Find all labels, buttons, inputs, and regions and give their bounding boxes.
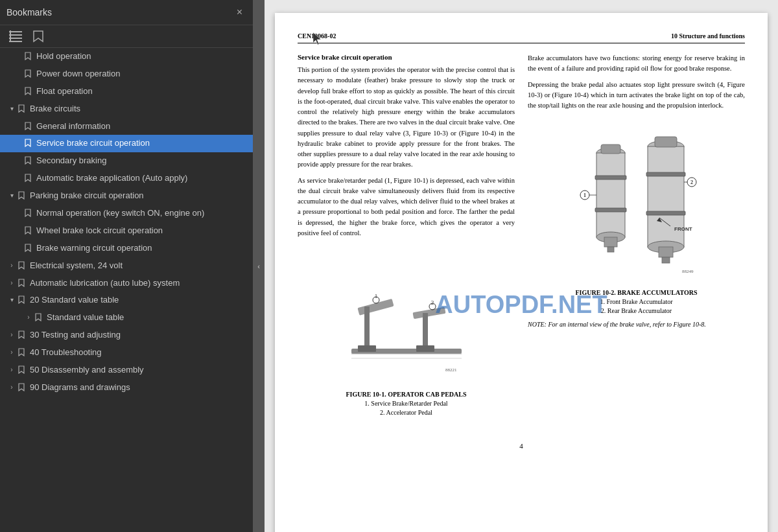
doc-left-column: Service brake circuit operation This por… — [298, 53, 515, 422]
sidebar-item-label: 90 Diagrams and drawings — [30, 382, 249, 393]
figure-2-container: 1 — [528, 117, 745, 314]
sidebar-item-float-operation[interactable]: Float operation — [0, 83, 253, 100]
sidebar-item-label: Parking brake circuit operation — [30, 191, 249, 202]
svg-rect-23 — [604, 237, 617, 247]
sidebar-tree: Hold operation Power down operation Floa… — [0, 48, 253, 532]
sidebar: Bookmarks × Hold operation — [0, 0, 253, 532]
doc-section-title: Service brake circuit operation — [298, 53, 515, 61]
expand-arrow-icon: › — [6, 279, 17, 287]
document-panel-wrapper: CEN10068-02 10 Structure and functions S… — [265, 0, 778, 532]
svg-rect-36 — [646, 172, 685, 176]
sidebar-item-troubleshooting[interactable]: › 40 Troubleshooting — [0, 344, 253, 362]
document-header: CEN10068-02 10 Structure and functions — [298, 32, 745, 43]
sidebar-item-auto-lube-system[interactable]: › Automatic lubrication (auto lube) syst… — [0, 275, 253, 292]
bookmark-icon — [17, 348, 26, 356]
doc-body-text-2: As service brake/retarder pedal (1, Figu… — [298, 176, 515, 239]
sidebar-item-label: Brake circuits — [30, 104, 249, 115]
doc-header-left: CEN10068-02 — [298, 32, 336, 40]
expand-arrow-icon: › — [6, 261, 17, 270]
doc-right-text-2: Depressing the brake pedal also actuates… — [528, 80, 745, 111]
bookmark-icon — [23, 209, 32, 217]
sidebar-item-secondary-braking[interactable]: Secondary braking — [0, 152, 253, 170]
sidebar-item-label: General information — [36, 121, 249, 132]
svg-rect-9 — [412, 307, 445, 319]
sidebar-item-label: Service brake circuit operation — [36, 138, 249, 149]
figure-1-container: 1 2 88221 FIGURE 10-1. OPERATOR CAB PEDA… — [298, 245, 515, 416]
figure-2-title: FIGURE 10-2. BRAKE ACCUMULATORS — [528, 289, 745, 296]
sidebar-bookmark-view-button[interactable] — [30, 29, 47, 44]
bookmark-icon — [17, 191, 26, 200]
svg-rect-35 — [662, 257, 670, 263]
bookmark-icon — [17, 295, 26, 304]
svg-rect-11 — [416, 345, 434, 352]
sidebar-title: Bookmarks — [6, 7, 52, 17]
sidebar-item-electrical-system[interactable]: › Electrical system, 24 volt — [0, 257, 253, 275]
svg-rect-25 — [595, 176, 626, 179]
expand-arrow-icon: › — [6, 383, 17, 391]
figure-2-caption-2: 2. Rear Brake Accumulator — [528, 307, 745, 314]
bookmark-icon — [17, 279, 26, 287]
bookmark-icon — [23, 69, 32, 78]
sidebar-item-service-brake-circuit-operation[interactable]: Service brake circuit operation — [0, 135, 253, 152]
sidebar-item-general-information[interactable]: General information — [0, 118, 253, 135]
bookmark-icon — [23, 52, 32, 60]
figure-2-caption-1: 1. Front Brake Accumulator — [528, 298, 745, 305]
sidebar-item-label: Standard value table — [47, 312, 249, 323]
sidebar-item-diagrams-drawings[interactable]: › 90 Diagrams and drawings — [0, 379, 253, 397]
sidebar-item-label: Brake warning circuit operation — [36, 243, 249, 254]
bookmark-icon — [17, 365, 26, 374]
sidebar-item-wheel-brake-lock[interactable]: Wheel brake lock circuit operation — [0, 222, 253, 240]
figure-1-caption-1: 1. Service Brake/Retarder Pedal — [298, 400, 515, 407]
figure-1-caption-2: 2. Accelerator Pedal — [298, 409, 515, 416]
sidebar-item-label: Electrical system, 24 volt — [30, 260, 249, 272]
svg-rect-26 — [595, 208, 626, 212]
bookmark-icon — [23, 174, 32, 182]
svg-rect-8 — [358, 345, 376, 352]
svg-rect-34 — [659, 247, 673, 257]
bookmark-icon — [23, 122, 32, 130]
expand-arrow-icon: › — [6, 330, 17, 339]
expand-arrow-icon: › — [6, 365, 17, 374]
doc-right-column: Brake accumulators have two functions: s… — [528, 53, 745, 422]
svg-rect-33 — [655, 137, 677, 147]
bookmark-icon — [23, 226, 32, 235]
sidebar-item-disassembly-assembly[interactable]: › 50 Disassembly and assembly — [0, 362, 253, 379]
bookmark-icon-active — [23, 139, 32, 147]
svg-text:2: 2 — [430, 299, 434, 306]
sidebar-collapse-button[interactable]: ‹ — [253, 0, 265, 532]
sidebar-item-standard-value-table[interactable]: › Standard value table — [0, 309, 253, 327]
sidebar-item-label: 30 Testing and adjusting — [30, 330, 249, 341]
figure-1-svg: 1 2 88221 — [338, 245, 475, 387]
sidebar-item-label: 40 Troubleshooting — [30, 347, 249, 358]
sidebar-item-automatic-brake-application[interactable]: Automatic brake application (Auto apply) — [0, 170, 253, 187]
figure-2-svg: 1 — [565, 117, 708, 286]
svg-text:88249: 88249 — [682, 269, 694, 274]
sidebar-item-parking-brake-circuit-operation[interactable]: ▾ Parking brake circuit operation — [0, 187, 253, 205]
expand-arrow-icon: ▾ — [6, 295, 17, 304]
sidebar-header: Bookmarks × — [0, 0, 253, 25]
doc-columns: Service brake circuit operation This por… — [298, 53, 745, 422]
document-view[interactable]: CEN10068-02 10 Structure and functions S… — [265, 0, 778, 532]
sidebar-item-label: Automatic brake application (Auto apply) — [36, 173, 249, 184]
expand-arrow-icon: ▾ — [6, 191, 17, 200]
sidebar-close-button[interactable]: × — [233, 5, 246, 19]
bookmark-icon — [17, 383, 26, 391]
sidebar-item-brake-circuits[interactable]: ▾ Brake circuits — [0, 100, 253, 118]
sidebar-item-normal-operation[interactable]: Normal operation (key switch ON, engine … — [0, 205, 253, 222]
sidebar-item-power-down-operation[interactable]: Power down operation — [0, 65, 253, 83]
bookmark-icon — [34, 313, 43, 321]
sidebar-view-toggle-button[interactable] — [6, 29, 26, 43]
sidebar-item-standard-value-table-group[interactable]: ▾ 20 Standard value table — [0, 292, 253, 309]
svg-rect-10 — [423, 313, 428, 349]
sidebar-item-label: Hold operation — [36, 51, 249, 62]
bookmark-icon — [17, 104, 26, 113]
expand-arrow-icon: › — [6, 348, 17, 356]
svg-rect-6 — [357, 299, 394, 316]
svg-rect-22 — [601, 145, 620, 154]
svg-rect-4 — [10, 30, 11, 42]
sidebar-item-hold-operation[interactable]: Hold operation — [0, 48, 253, 65]
sidebar-item-brake-warning-circuit[interactable]: Brake warning circuit operation — [0, 240, 253, 257]
expand-arrow-icon: › — [23, 313, 34, 321]
list-view-icon — [9, 30, 23, 42]
sidebar-item-testing-adjusting[interactable]: › 30 Testing and adjusting — [0, 327, 253, 344]
